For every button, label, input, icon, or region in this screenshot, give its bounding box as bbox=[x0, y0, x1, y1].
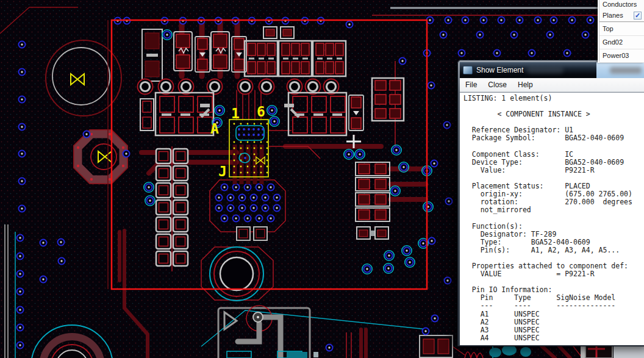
dialog-title: Show Element bbox=[476, 66, 523, 74]
titlebar-smudge bbox=[527, 66, 564, 74]
blurred-text-blob bbox=[610, 67, 642, 74]
pcb-label-a: A bbox=[210, 121, 219, 137]
layer-item-power03[interactable]: Power03 bbox=[599, 49, 644, 63]
window-icon bbox=[463, 66, 473, 74]
pcb-label-j: J bbox=[218, 163, 227, 179]
conductors-row: Conductors bbox=[599, 0, 644, 10]
visibility-panel: Conductors Planes ✓ Top Gnd02 Power03 bbox=[598, 0, 644, 63]
conductors-label: Conductors bbox=[603, 1, 637, 8]
dialog-titlebar[interactable]: Show Element bbox=[460, 62, 644, 78]
layer-item-top[interactable]: Top bbox=[599, 23, 644, 36]
menu-close[interactable]: Close bbox=[482, 79, 512, 90]
menu-file[interactable]: File bbox=[460, 79, 482, 90]
planes-row: Planes ✓ bbox=[599, 10, 644, 21]
menu-help[interactable]: Help bbox=[512, 79, 538, 90]
show-element-dialog[interactable]: Show Element File Close Help LISTING: 1 … bbox=[457, 60, 644, 346]
dialog-body[interactable]: LISTING: 1 element(s) < COMPONENT INSTAN… bbox=[460, 92, 644, 345]
app-window: A 1 6 J Show Element File Close Help LIS… bbox=[0, 0, 644, 358]
dialog-menubar: File Close Help bbox=[460, 78, 644, 92]
pcb-label-1: 1 bbox=[231, 106, 240, 121]
element-listing-text: LISTING: 1 element(s) < COMPONENT INSTAN… bbox=[460, 93, 644, 342]
pcb-label-6: 6 bbox=[257, 104, 265, 120]
planes-checkbox[interactable]: ✓ bbox=[634, 12, 642, 20]
titlebar-light-segment bbox=[596, 62, 644, 78]
planes-label: Planes bbox=[603, 12, 623, 19]
layer-item-gnd02[interactable]: Gnd02 bbox=[599, 36, 644, 49]
